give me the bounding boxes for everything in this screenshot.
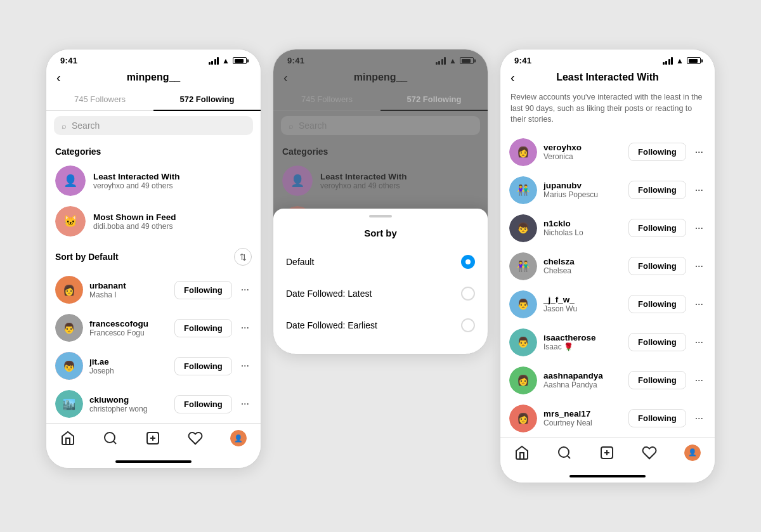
right-phone: 9:41 ▲ ‹ Least Interacted With Review ac… (500, 49, 715, 483)
more-btn-right-7[interactable]: ··· (693, 375, 706, 386)
tab-following-left[interactable]: 572 Following (153, 88, 261, 110)
nav-search-left[interactable] (103, 431, 118, 446)
user-name-right-3: Nicholas Lo (543, 228, 622, 237)
modal-option-earliest[interactable]: Date Followed: Earliest (273, 309, 488, 341)
modal-option-label-latest: Date Followed: Latest (286, 289, 372, 299)
modal-option-default[interactable]: Default (273, 246, 488, 278)
status-icons-left: ▲ (209, 57, 247, 65)
nav-home-right[interactable] (514, 445, 530, 460)
sort-bar-left: Sort by Default ⇅ (46, 242, 261, 271)
user-username-right-2: jupanubv (543, 181, 622, 190)
svg-point-0 (105, 432, 115, 443)
header-right: ‹ Least Interacted With (500, 69, 715, 88)
header-left: ‹ minpeng__ (46, 69, 261, 88)
search-bar-mid[interactable]: ⌕ Search (281, 116, 480, 135)
modal-option-latest[interactable]: Date Followed: Latest (273, 278, 488, 309)
header-title-mid: minpeng__ (354, 72, 407, 83)
following-btn-right-5[interactable]: Following (628, 295, 686, 313)
cat-info-2-left: Most Shown in Feed didi.boba and 49 othe… (93, 212, 252, 231)
more-btn-right-6[interactable]: ··· (693, 337, 706, 348)
category-item-1-left[interactable]: 👤 Least Interacted With veroyhxo and 49 … (46, 160, 261, 201)
following-btn-right-6[interactable]: Following (628, 333, 686, 351)
status-bar-left: 9:41 ▲ (46, 49, 261, 69)
wifi-icon-right: ▲ (676, 57, 684, 65)
search-placeholder-left: Search (72, 120, 100, 131)
user-item-right-4: 👫 chelsza Chelsea Following ··· (500, 247, 715, 285)
nav-heart-right[interactable] (642, 445, 657, 460)
nav-search-right[interactable] (557, 445, 572, 460)
back-button-mid[interactable]: ‹ (283, 70, 288, 85)
user-info-left-3: jit.ae Joseph (89, 357, 168, 375)
following-btn-left-4[interactable]: Following (174, 395, 232, 413)
user-info-right-3: n1cklo Nicholas Lo (543, 219, 622, 237)
following-btn-left-1[interactable]: Following (174, 281, 232, 299)
user-username-right-4: chelsza (543, 257, 622, 266)
radio-latest[interactable] (461, 287, 475, 301)
user-item-right-5: 👨 _j_f_w_ Jason Wu Following ··· (500, 285, 715, 323)
user-name-right-8: Courtney Neal (543, 418, 622, 427)
following-btn-left-2[interactable]: Following (174, 319, 232, 337)
category-item-1-mid[interactable]: 👤 Least Interacted With veroyhxo and 49 … (273, 160, 488, 201)
wifi-icon: ▲ (222, 57, 230, 65)
search-bar-left[interactable]: ⌕ Search (54, 116, 253, 135)
more-btn-right-2[interactable]: ··· (693, 185, 706, 196)
more-btn-left-4[interactable]: ··· (238, 398, 252, 410)
radio-default[interactable] (461, 255, 475, 269)
following-btn-left-3[interactable]: Following (174, 357, 232, 375)
nav-heart-left[interactable] (188, 431, 203, 446)
tab-followers-left[interactable]: 745 Followers (46, 88, 153, 110)
svg-line-11 (567, 455, 569, 458)
more-btn-right-8[interactable]: ··· (693, 413, 706, 424)
more-btn-right-3[interactable]: ··· (693, 223, 706, 234)
status-bar-right: 9:41 ▲ (500, 49, 715, 69)
user-name-right-2: Marius Popescu (543, 190, 622, 199)
status-time-mid: 9:41 (287, 56, 304, 65)
category-item-2-left[interactable]: 🐱 Most Shown in Feed didi.boba and 49 ot… (46, 201, 261, 242)
tab-following-mid[interactable]: 572 Following (380, 88, 488, 110)
user-name-right-1: Veronica (543, 152, 622, 161)
user-username-left-1: urbanant (89, 281, 168, 290)
nav-home-left[interactable] (60, 431, 75, 446)
following-btn-right-2[interactable]: Following (628, 181, 686, 199)
following-btn-right-3[interactable]: Following (628, 219, 686, 237)
user-item-right-7: 👩 aashnapandya Aashna Pandya Following ·… (500, 361, 715, 399)
home-indicator-left (46, 455, 261, 468)
user-info-left-1: urbanant Masha I (89, 281, 168, 299)
sort-icon-left[interactable]: ⇅ (234, 248, 252, 266)
battery-icon-right (687, 57, 701, 64)
more-btn-right-1[interactable]: ··· (693, 146, 706, 158)
tabs-left: 745 Followers 572 Following (46, 88, 261, 111)
nav-add-right[interactable] (599, 445, 615, 460)
more-btn-right-4[interactable]: ··· (693, 261, 706, 272)
svg-point-10 (559, 447, 569, 457)
tab-followers-mid[interactable]: 745 Followers (273, 88, 380, 110)
header-mid: ‹ minpeng__ (273, 69, 488, 88)
sort-label-left: Sort by Default (55, 252, 119, 262)
following-btn-right-8[interactable]: Following (628, 409, 686, 427)
radio-earliest[interactable] (461, 318, 475, 332)
more-btn-left-1[interactable]: ··· (238, 284, 252, 295)
nav-profile-right[interactable]: 👤 (684, 444, 701, 461)
following-btn-right-7[interactable]: Following (628, 371, 686, 389)
cat-info-1-left: Least Interacted With veroyhxo and 49 ot… (93, 172, 252, 190)
back-button-left[interactable]: ‹ (56, 70, 61, 85)
more-btn-left-3[interactable]: ··· (238, 360, 252, 372)
cat-avatar-1-left: 👤 (55, 165, 86, 196)
header-title-left: minpeng__ (127, 72, 180, 83)
more-btn-right-5[interactable]: ··· (693, 299, 706, 310)
following-btn-right-1[interactable]: Following (628, 143, 686, 161)
modal-handle (369, 215, 392, 217)
user-info-right-5: _j_f_w_ Jason Wu (543, 295, 622, 313)
user-item-left-4: 🏙️ ckiuwong christopher wong Following ·… (46, 385, 261, 423)
nav-profile-left[interactable]: 👤 (230, 430, 247, 446)
user-username-right-3: n1cklo (543, 219, 622, 228)
user-info-right-2: jupanubv Marius Popescu (543, 181, 622, 199)
nav-add-left[interactable] (145, 431, 160, 446)
more-btn-left-2[interactable]: ··· (238, 322, 252, 334)
back-button-right[interactable]: ‹ (511, 70, 515, 85)
modal-option-label-default: Default (286, 257, 314, 267)
user-item-left-1: 👩 urbanant Masha I Following ··· (46, 271, 261, 309)
user-name-left-2: Francesco Fogu (89, 328, 168, 337)
following-btn-right-4[interactable]: Following (628, 257, 686, 275)
header-title-right: Least Interacted With (556, 72, 659, 83)
